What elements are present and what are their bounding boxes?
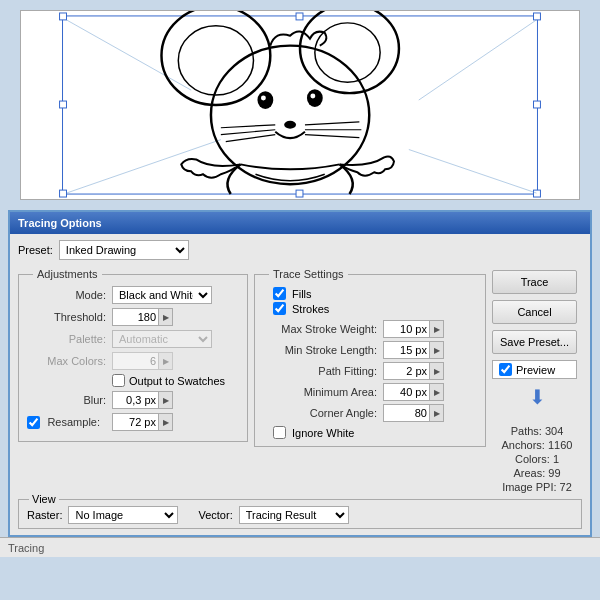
vector-view-item: Vector: Tracing ResultNo Tracing ResultO… [198,506,348,524]
max-colors-spinbox: ▶ [112,352,173,370]
threshold-spinbox: ▶ [112,308,173,326]
cancel-button[interactable]: Cancel [492,300,577,324]
trace-settings-legend: Trace Settings [269,268,348,280]
blur-row: Blur: ▶ [27,391,239,409]
fills-label: Fills [292,288,312,300]
threshold-spin-up[interactable]: ▶ [158,309,172,325]
max-stroke-weight-spin-up[interactable]: ▶ [429,321,443,337]
svg-rect-7 [60,101,67,108]
stats-area: Paths: 304 Anchors: 1160 Colors: 1 Areas… [492,419,582,495]
path-fitting-label: Path Fitting: [263,365,383,377]
mode-label: Mode: [27,289,112,301]
svg-point-24 [310,94,315,99]
tracing-options-dialog: Tracing Options Preset: Inked DrawingDef… [8,210,592,537]
resample-label: Resample: [43,416,106,428]
svg-point-21 [257,91,273,109]
preview-label: Preview [516,364,555,376]
corner-angle-label: Corner Angle: [263,407,383,419]
svg-rect-11 [534,190,541,197]
blur-label: Blur: [27,394,112,406]
vector-select[interactable]: Tracing ResultNo Tracing ResultOutlinesO… [239,506,349,524]
adjustments-group: Adjustments Mode: Black and WhiteGraysca… [18,268,248,442]
blur-input[interactable] [113,392,158,408]
threshold-input[interactable] [113,309,158,325]
save-preset-button[interactable]: Save Preset... [492,330,577,354]
trace-button[interactable]: Trace [492,270,577,294]
paths-value: 304 [545,425,563,437]
preview-row: Preview [492,360,577,379]
path-fitting-spin-up[interactable]: ▶ [429,363,443,379]
image-ppi-label: Image PPI: [502,481,556,493]
svg-line-26 [221,125,275,128]
colors-value: 1 [553,453,559,465]
svg-line-15 [409,150,537,194]
areas-label: Areas: [513,467,545,479]
canvas-area [0,0,600,210]
resample-input[interactable] [113,414,158,430]
min-stroke-length-row: Min Stroke Length: ▶ [263,341,477,359]
preset-select[interactable]: Inked DrawingDefaultCustomComic ArtTechn… [59,240,189,260]
svg-rect-6 [534,13,541,20]
min-stroke-length-input[interactable] [384,342,429,358]
strokes-checkbox[interactable] [273,302,286,315]
min-stroke-length-spin-up[interactable]: ▶ [429,342,443,358]
view-section: View Raster: No ImageOriginal ImageAdjus… [18,499,582,529]
minimum-area-input[interactable] [384,384,429,400]
resample-spin-up[interactable]: ▶ [158,414,172,430]
trace-settings-panel: Trace Settings Fills Strokes Max Stro [254,268,486,447]
preset-row: Preset: Inked DrawingDefaultCustomComic … [18,240,582,260]
status-bar: Tracing [0,537,600,557]
threshold-row: Threshold: ▶ [27,308,239,326]
svg-point-20 [211,46,369,185]
svg-line-29 [305,122,359,125]
path-fitting-input[interactable] [384,363,429,379]
status-text: Tracing [8,542,44,554]
min-stroke-length-label: Min Stroke Length: [263,344,383,356]
anchors-value: 1160 [548,439,572,451]
max-colors-row: Max Colors: ▶ [27,352,239,370]
dialog-body: Preset: Inked DrawingDefaultCustomComic … [10,234,590,535]
palette-select: Automatic [112,330,212,348]
max-colors-spin-up: ▶ [158,353,172,369]
min-stroke-length-spinbox: ▶ [383,341,444,359]
minimum-area-spinbox: ▶ [383,383,444,401]
raster-view-item: Raster: No ImageOriginal ImageAdjusted I… [27,506,178,524]
dialog-title-text: Tracing Options [18,217,102,229]
palette-row: Palette: Automatic [27,330,239,348]
minimum-area-label: Minimum Area: [263,386,383,398]
vector-label: Vector: [198,509,232,521]
anchors-label: Anchors: [502,439,545,451]
corner-angle-spinbox: ▶ [383,404,444,422]
blur-spin-up[interactable]: ▶ [158,392,172,408]
adjustments-panel: Adjustments Mode: Black and WhiteGraysca… [18,268,248,442]
max-stroke-weight-input[interactable] [384,321,429,337]
svg-rect-8 [534,101,541,108]
dialog-title: Tracing Options [10,212,590,234]
main-content-row: Adjustments Mode: Black and WhiteGraysca… [18,268,582,495]
threshold-label: Threshold: [27,311,112,323]
areas-value: 99 [548,467,560,479]
svg-line-14 [66,140,220,193]
fills-checkbox[interactable] [273,287,286,300]
svg-rect-4 [60,13,67,20]
resample-checkbox[interactable] [27,416,40,429]
path-fitting-spinbox: ▶ [383,362,444,380]
mode-select[interactable]: Black and WhiteGrayscaleColorAuto Color [112,286,212,304]
resample-spinbox: ▶ [112,413,173,431]
svg-line-12 [66,20,191,90]
adjustments-legend: Adjustments [33,268,102,280]
minimum-area-spin-up[interactable]: ▶ [429,384,443,400]
preview-checkbox[interactable] [499,363,512,376]
output-swatches-checkbox[interactable] [112,374,125,387]
corner-angle-input[interactable] [384,405,429,421]
ignore-white-checkbox[interactable] [273,426,286,439]
processing-icon: ⬇ [492,385,582,409]
corner-angle-spin-up[interactable]: ▶ [429,405,443,421]
max-stroke-weight-spinbox: ▶ [383,320,444,338]
svg-line-31 [305,135,359,138]
raster-select[interactable]: No ImageOriginal ImageAdjusted Image [68,506,178,524]
svg-line-13 [419,20,537,100]
ignore-white-label: Ignore White [292,427,354,439]
trace-settings-group: Trace Settings Fills Strokes Max Stro [254,268,486,447]
image-ppi-stat: Image PPI: 72 [492,481,582,493]
